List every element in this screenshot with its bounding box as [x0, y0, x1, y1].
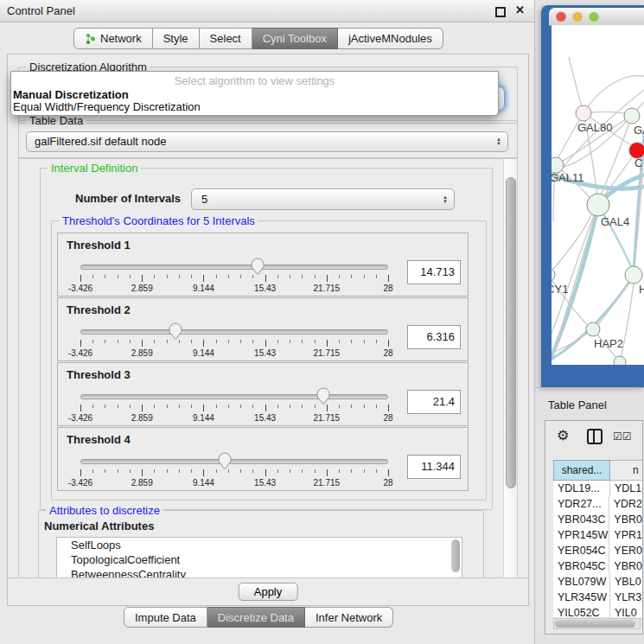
table-row[interactable]: YBR045CYBR0: [553, 558, 642, 574]
tab-select[interactable]: Select: [200, 28, 252, 49]
cell-name[interactable]: YLR3: [610, 590, 641, 605]
tab-style[interactable]: Style: [153, 28, 200, 49]
threshold-slider[interactable]: -3.4262.8599.14415.4321.71528: [80, 452, 388, 488]
spinner-icon[interactable]: ▲ ▼: [443, 195, 448, 204]
network-canvas[interactable]: GAL80GACGAL11GAL4GCY1HHAP2: [552, 25, 644, 365]
network-window-titlebar[interactable]: [549, 8, 644, 26]
cell-shared-name[interactable]: YBR045C: [553, 558, 609, 574]
tab-label: Select: [210, 32, 241, 45]
scrollbar-thumb[interactable]: [506, 177, 516, 488]
slider-thumb[interactable]: [169, 322, 183, 341]
cell-name[interactable]: YBR0: [609, 512, 642, 527]
slider-track[interactable]: [80, 459, 388, 464]
tab-jactivemnodules[interactable]: jActiveMNodules: [338, 28, 443, 49]
slider-tick: [351, 405, 352, 408]
number-of-intervals-select[interactable]: 5 ▲ ▼: [191, 188, 455, 210]
cell-name[interactable]: YER0: [609, 543, 642, 558]
table-panel-titlebar: Table Panel: [535, 387, 644, 418]
cell-name[interactable]: YDL1: [610, 481, 641, 496]
tab-cyni-toolbox[interactable]: Cyni Toolbox: [252, 28, 338, 49]
slider-tick: [130, 469, 131, 473]
cell-shared-name[interactable]: YER054C: [553, 543, 609, 558]
threshold-value-field[interactable]: 6.316: [407, 325, 461, 349]
cell-shared-name[interactable]: YBR043C: [553, 512, 609, 527]
network-node[interactable]: [614, 356, 626, 365]
threshold-value-field[interactable]: 21.4: [407, 390, 461, 414]
cell-name[interactable]: YBL0: [610, 574, 641, 590]
slider-tick: [327, 469, 328, 476]
dropdown-hint: Select algorithm to view settings: [11, 74, 498, 87]
close-icon[interactable]: ✕: [515, 3, 525, 16]
slider-thumb[interactable]: [251, 258, 265, 276]
column-header-shared-name[interactable]: shared...: [553, 460, 610, 481]
slider-tick: [167, 275, 168, 278]
attribute-item[interactable]: SelfLoops: [57, 538, 462, 552]
apply-button[interactable]: Apply: [239, 583, 298, 601]
tab-discretize-data[interactable]: Discretize Data: [207, 607, 305, 628]
cell-shared-name[interactable]: YBL079W: [553, 574, 610, 590]
slider-track[interactable]: [80, 394, 388, 399]
cell-shared-name[interactable]: YIL052C: [553, 605, 610, 617]
network-node[interactable]: [587, 194, 609, 216]
cell-name[interactable]: YDR2: [609, 496, 642, 512]
table-row[interactable]: YER054CYER0: [553, 543, 642, 558]
slider-tick: [388, 340, 389, 347]
cell-name[interactable]: YIL0: [610, 605, 637, 617]
slider-tick: [315, 275, 316, 278]
vertical-scrollbar[interactable]: [503, 159, 517, 577]
close-traffic-light[interactable]: [556, 11, 566, 22]
slider-thumb[interactable]: [316, 387, 331, 405]
cell-name[interactable]: YBR0: [609, 558, 642, 574]
select-columns-icon[interactable]: ☑☑: [613, 430, 632, 443]
minimize-traffic-light[interactable]: [572, 11, 583, 22]
slider-tick: [216, 275, 217, 278]
network-node[interactable]: [625, 266, 642, 284]
attribute-item[interactable]: TopologicalCoefficient: [57, 552, 462, 567]
table-row[interactable]: YPR145WYPR1: [553, 527, 642, 543]
table-data-value: galFiltered.sif default node: [35, 135, 166, 148]
tab-infer-network[interactable]: Infer Network: [305, 607, 393, 628]
threshold-slider[interactable]: -3.4262.8599.14415.4321.71528: [80, 258, 388, 294]
table-row[interactable]: YDR27...YDR2: [553, 496, 642, 512]
cell-shared-name[interactable]: YDL19...: [553, 481, 610, 496]
dropdown-option-equal-width[interactable]: Equal Width/Frequency Discretization: [13, 100, 201, 113]
network-node[interactable]: [624, 108, 640, 124]
slider-tick-label: 9.144: [193, 284, 214, 293]
threshold-slider[interactable]: -3.4262.8599.14415.4321.71528: [80, 322, 388, 359]
network-node[interactable]: [552, 268, 555, 282]
threshold-slider[interactable]: -3.4262.8599.14415.4321.71528: [80, 387, 388, 424]
column-header-name[interactable]: n: [610, 460, 642, 481]
spinner-icon[interactable]: ▲ ▼: [496, 137, 501, 146]
horizontal-scrollbar[interactable]: [553, 618, 641, 629]
split-columns-icon[interactable]: [587, 429, 603, 444]
tab-network[interactable]: Network: [73, 28, 153, 49]
threshold-value-field[interactable]: 14.713: [407, 260, 461, 284]
scrollbar-thumb[interactable]: [555, 620, 635, 628]
attributes-list[interactable]: SelfLoopsTopologicalCoefficientBetweenne…: [56, 537, 462, 578]
slider-thumb[interactable]: [218, 452, 233, 470]
cyni-toolbox-panel: Discretization Algorithm Table Data galF…: [7, 54, 529, 606]
gear-icon[interactable]: ⚙: [557, 427, 569, 443]
table-row[interactable]: YBL079WYBL0: [553, 574, 642, 590]
threshold-value-field[interactable]: 11.344: [407, 455, 461, 479]
cell-name[interactable]: YPR1: [609, 527, 642, 543]
table-row[interactable]: YBR043CYBR0: [553, 512, 642, 527]
cell-shared-name[interactable]: YDR27...: [553, 496, 609, 512]
list-scrollbar-thumb[interactable]: [451, 539, 460, 572]
dropdown-option-manual[interactable]: Manual Discretization: [13, 88, 129, 101]
table-row[interactable]: YLR345WYLR3: [553, 590, 642, 605]
tab-impute-data[interactable]: Impute Data: [124, 607, 207, 628]
slider-tick: [277, 275, 278, 278]
network-node[interactable]: [576, 105, 591, 121]
table-data-select[interactable]: galFiltered.sif default node ▲ ▼: [26, 131, 508, 152]
slider-track[interactable]: [80, 265, 388, 270]
table-row[interactable]: YIL052CYIL0: [553, 605, 642, 617]
float-window-icon[interactable]: [495, 7, 506, 17]
cell-shared-name[interactable]: YLR345W: [553, 590, 610, 605]
network-node[interactable]: [586, 322, 600, 336]
zoom-traffic-light[interactable]: [589, 11, 599, 22]
slider-track[interactable]: [80, 329, 388, 335]
slider-tick: [376, 275, 377, 278]
cell-shared-name[interactable]: YPR145W: [553, 527, 609, 543]
table-row[interactable]: YDL19...YDL1: [553, 481, 642, 496]
